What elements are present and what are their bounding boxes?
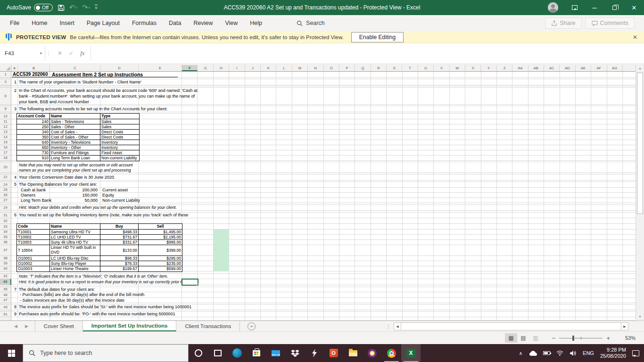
sheet-nav-left-icon[interactable]: ◀	[14, 324, 17, 329]
restore-button[interactable]	[604, 0, 624, 15]
ribbon-tab-page-layout[interactable]: Page Layout	[81, 16, 126, 30]
column-header-K[interactable]: K	[261, 65, 276, 71]
column-header-O[interactable]: O	[324, 65, 339, 71]
row-29[interactable]: 29Hint: Watch your debits and credits wh…	[0, 205, 636, 211]
column-header-T[interactable]: T	[402, 65, 418, 71]
table-cell[interactable]: Samsong Ultra HD TV	[50, 230, 100, 234]
fill-handle[interactable]	[197, 284, 199, 286]
table-cell[interactable]: 240	[17, 119, 50, 124]
row-header-16[interactable]: 16	[0, 145, 11, 150]
column-header-Y[interactable]: Y	[481, 65, 496, 71]
page-layout-view-icon[interactable]: ▤	[517, 333, 529, 343]
table-cell[interactable]: Direct Costs	[100, 135, 138, 140]
dropbox-icon[interactable]	[285, 344, 305, 362]
row-header-26[interactable]: 26	[0, 193, 11, 198]
column-header-M[interactable]: M	[292, 65, 308, 71]
table-cell[interactable]: Inventory	[100, 140, 138, 145]
horizontal-scroll-thumb[interactable]	[401, 322, 621, 330]
table-cell[interactable]: $498.33	[100, 230, 139, 234]
table-cell[interactable]: Inventory - Televisions	[50, 140, 100, 145]
table-cell[interactable]: O10001	[17, 256, 50, 261]
row-header-10[interactable]: 10	[0, 114, 11, 119]
name-box[interactable]: F43 ▾	[0, 46, 45, 60]
battery-icon[interactable]	[543, 351, 550, 355]
column-header-D[interactable]: D	[100, 65, 139, 71]
row-header-47[interactable]: 47	[0, 298, 11, 303]
scroll-down-icon[interactable]: ▼	[636, 313, 644, 321]
table-cell[interactable]: 650	[17, 145, 50, 150]
table-cell[interactable]: $599.00	[139, 266, 182, 272]
table-cell[interactable]: Long Term Bank Loan	[50, 156, 100, 161]
column-header-I[interactable]: I	[229, 65, 245, 71]
table-cell[interactable]: 350	[17, 135, 50, 140]
horizontal-scrollbar[interactable]: ◀ ▶	[394, 321, 632, 331]
row-header-12[interactable]: 12	[0, 124, 11, 130]
row-43[interactable]: 43Hint: It is good practice to run a rep…	[0, 279, 636, 285]
row-header-29[interactable]: 29	[0, 205, 11, 211]
column-header-H[interactable]: H	[214, 65, 229, 71]
row-header-27[interactable]: 27	[0, 198, 11, 203]
name-box-dropdown-icon[interactable]: ▾	[40, 51, 42, 56]
lightning-app-icon[interactable]	[305, 344, 324, 362]
scroll-left-icon[interactable]: ◀	[394, 322, 401, 330]
table-cell[interactable]: Sales - Televisions	[50, 119, 100, 124]
row-22[interactable]: 224Your clients Conversion Date date is …	[0, 174, 636, 181]
table-cell[interactable]: T10003	[17, 240, 50, 245]
table-cell[interactable]: 640	[17, 140, 50, 145]
ribbon-search[interactable]: Search	[297, 20, 325, 26]
table-cell[interactable]: Linser HD TV with built in DVD	[50, 245, 100, 255]
sheet-tab-client-transactions[interactable]: Client Transactions	[176, 321, 240, 331]
row-header-11[interactable]: 11	[0, 119, 11, 124]
row-6[interactable]: 62In the Chart of Accounts, your bank ac…	[0, 88, 636, 105]
table-cell[interactable]: T10001	[17, 230, 50, 234]
table-cell[interactable]: $98.33	[100, 256, 139, 261]
column-header-W[interactable]: W	[450, 65, 465, 71]
vertical-scrollbar[interactable]: ▲ ▼	[636, 65, 644, 321]
zoom-out-icon[interactable]: −	[552, 335, 556, 342]
taskbar-search-input[interactable]: Type here to search	[23, 344, 189, 362]
table-cell[interactable]: $731.67	[100, 235, 139, 239]
row-45[interactable]: 457The default due dates for your client…	[0, 287, 636, 292]
scroll-right-icon[interactable]: ▶	[621, 322, 628, 330]
row-header-22[interactable]: 22	[0, 174, 11, 181]
column-header-AA[interactable]: AA	[512, 65, 528, 71]
zoom-in-icon[interactable]: +	[606, 335, 610, 342]
table-cell[interactable]: Fixed Asset	[100, 150, 138, 155]
close-button[interactable]: ✕	[624, 0, 644, 15]
table-cell[interactable]: 730	[17, 150, 50, 155]
ribbon-tab-review[interactable]: Review	[187, 16, 219, 30]
table-cell[interactable]: T 10004	[17, 245, 50, 255]
column-header-G[interactable]: G	[198, 65, 213, 71]
tab-splitter-grip[interactable]: ⋮	[383, 321, 394, 331]
row-header-15[interactable]: 15	[0, 140, 11, 145]
select-all-corner[interactable]	[0, 65, 11, 71]
new-sheet-icon[interactable]: +	[248, 322, 256, 330]
row-20[interactable]: 20Note that you may need to set up other…	[0, 162, 636, 173]
table-cell[interactable]: Type	[100, 114, 138, 119]
ribbon-tab-insert[interactable]: Insert	[54, 16, 81, 30]
row-header-6[interactable]: 6	[0, 88, 11, 105]
start-button[interactable]	[0, 344, 23, 362]
volume-icon[interactable]	[570, 350, 577, 356]
row-header-35[interactable]: 35	[0, 235, 11, 240]
column-header-AG[interactable]: AG	[607, 65, 623, 71]
column-header-E[interactable]: E	[139, 65, 182, 71]
row-header-38[interactable]: 38	[0, 256, 11, 261]
table-cell[interactable]: Sales - Other	[50, 124, 100, 129]
row-header-24[interactable]: 24	[0, 182, 11, 188]
table-cell[interactable]: $295.00	[139, 256, 182, 261]
action-center-icon[interactable]	[632, 350, 639, 356]
row-header-36[interactable]: 36	[0, 240, 11, 245]
sheet-tab-cover-sheet[interactable]: Cover Sheet	[35, 321, 83, 331]
enable-editing-button[interactable]: Enable Editing	[351, 32, 404, 42]
table-cell[interactable]: $78.33	[100, 261, 139, 266]
protected-view-close-icon[interactable]: ✕	[633, 34, 644, 41]
row-header-17[interactable]: 17	[0, 150, 11, 156]
row-31[interactable]: 316You need to set up the following inve…	[0, 213, 636, 218]
cancel-entry-icon[interactable]: ✕	[58, 50, 62, 57]
autosave-toggle[interactable]: AutoSave Off	[7, 4, 53, 11]
active-cell-F43[interactable]	[182, 279, 198, 286]
row-51[interactable]: 519Purchases auto prefix should be: 'PO-…	[0, 312, 636, 317]
inventory-table[interactable]: CodeNameBuySellT10001Samsong Ultra HD TV…	[17, 223, 182, 272]
formula-input[interactable]	[91, 46, 644, 60]
